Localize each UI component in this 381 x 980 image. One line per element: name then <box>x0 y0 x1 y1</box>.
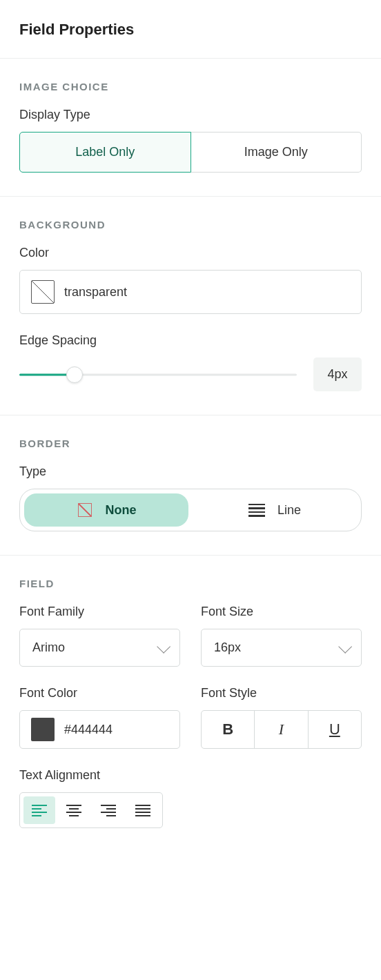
align-left-icon <box>32 805 47 816</box>
font-size-label: Font Size <box>201 605 362 619</box>
edge-spacing-control: 4px <box>19 357 362 391</box>
align-justify-icon <box>135 805 150 816</box>
display-type-group: Label Only Image Only <box>19 132 362 173</box>
none-icon <box>77 502 93 518</box>
font-size-value: 16px <box>214 640 241 655</box>
section-heading-image-choice: IMAGE CHOICE <box>19 81 362 92</box>
edge-spacing-label: Edge Spacing <box>19 333 362 348</box>
edge-spacing-value: 4px <box>313 357 362 391</box>
border-type-none-label: None <box>106 503 137 518</box>
bold-toggle[interactable]: B <box>202 711 254 748</box>
section-image-choice: IMAGE CHOICE Display Type Label Only Ima… <box>0 58 381 196</box>
chevron-down-icon <box>157 639 170 653</box>
font-color-value: #444444 <box>64 723 113 737</box>
font-color-picker[interactable]: #444444 <box>19 710 180 749</box>
display-type-option-image-only[interactable]: Image Only <box>191 132 362 173</box>
font-color-group: Font Color #444444 <box>19 686 180 749</box>
background-color-value: transparent <box>64 285 127 300</box>
font-family-select[interactable]: Arimo <box>19 629 180 667</box>
font-color-label: Font Color <box>19 686 180 700</box>
border-type-option-none[interactable]: None <box>24 493 188 527</box>
align-center-button[interactable] <box>58 796 90 824</box>
align-right-icon <box>101 805 116 816</box>
border-type-line-label: Line <box>277 503 301 518</box>
color-swatch-icon <box>31 718 55 741</box>
section-heading-background: BACKGROUND <box>19 219 362 231</box>
section-heading-field: FIELD <box>19 578 362 589</box>
panel-title: Field Properties <box>0 0 381 58</box>
align-left-button[interactable] <box>23 796 55 824</box>
font-style-toggle-row: B I U <box>201 710 362 749</box>
font-family-group: Font Family Arimo <box>19 605 180 667</box>
text-alignment-label: Text Alignment <box>19 768 362 783</box>
underline-toggle[interactable]: U <box>308 711 361 748</box>
display-type-label: Display Type <box>19 108 362 122</box>
slider-thumb-icon[interactable] <box>66 366 83 383</box>
align-justify-button[interactable] <box>127 796 159 824</box>
border-type-option-line[interactable]: Line <box>193 493 357 527</box>
section-field: FIELD Font Family Arimo Font Size 16px F… <box>0 555 381 852</box>
line-icon <box>248 502 265 518</box>
section-background: BACKGROUND Color transparent Edge Spacin… <box>0 196 381 415</box>
section-border: BORDER Type None Line <box>0 415 381 555</box>
align-center-icon <box>66 805 81 816</box>
font-style-label: Font Style <box>201 686 362 700</box>
font-family-label: Font Family <box>19 605 180 619</box>
chevron-down-icon <box>338 639 352 653</box>
border-type-group: None Line <box>19 489 362 531</box>
font-size-select[interactable]: 16px <box>201 629 362 667</box>
align-right-button[interactable] <box>92 796 124 824</box>
text-alignmentseção-group: Text Alignment <box>19 768 362 828</box>
italic-toggle[interactable]: I <box>254 711 307 748</box>
font-style-group: Font Style B I U <box>201 686 362 749</box>
text-alignment-group <box>19 792 163 828</box>
border-type-label: Type <box>19 464 362 479</box>
background-color-picker[interactable]: transparent <box>19 270 362 314</box>
font-size-group: Font Size 16px <box>201 605 362 667</box>
section-heading-border: BORDER <box>19 438 362 449</box>
font-family-value: Arimo <box>32 640 65 655</box>
display-type-option-label-only[interactable]: Label Only <box>19 132 191 173</box>
transparent-swatch-icon <box>31 280 55 304</box>
background-color-label: Color <box>19 246 362 260</box>
edge-spacing-slider[interactable] <box>19 366 297 383</box>
